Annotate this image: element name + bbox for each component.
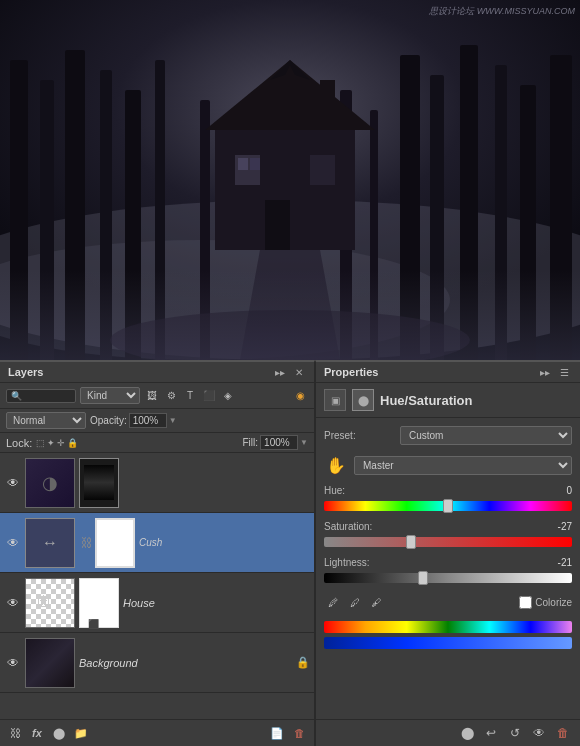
thumb-bg-forest-img xyxy=(26,639,74,687)
layer-item-huesat[interactable]: 👁 ◑ xyxy=(0,453,314,513)
add-sample-icon[interactable]: 🖊 xyxy=(346,593,364,611)
lightness-value: -21 xyxy=(558,557,572,568)
layers-collapse-icon[interactable]: ▸▸ xyxy=(272,367,288,378)
hue-value: 0 xyxy=(566,485,572,496)
prop-eye-icon[interactable]: 👁 xyxy=(530,724,548,742)
saturation-value: -27 xyxy=(558,521,572,532)
lock-all-icon[interactable]: 🔒 xyxy=(67,438,78,448)
prop-type-icon-right[interactable]: ⬤ xyxy=(352,389,374,411)
layer-thumb-huesat: ◑ xyxy=(25,458,75,508)
layer-name-background: Background xyxy=(79,657,292,669)
layers-panel-controls: ▸▸ ✕ xyxy=(272,367,306,378)
layers-toolbar-row1: 🔍 Kind Name Effect Mode Attribute Color … xyxy=(0,383,314,409)
shape-filter-icon[interactable]: ⬛ xyxy=(201,388,217,404)
color-bar-blue xyxy=(324,637,572,649)
layers-bottom-left-icons: ⛓ fx ⬤ 📁 xyxy=(6,724,90,742)
layer-eye-background[interactable]: 👁 xyxy=(4,656,22,670)
new-group-button[interactable]: 📁 xyxy=(72,724,90,742)
svg-rect-25 xyxy=(265,200,290,250)
svg-rect-26 xyxy=(320,80,335,125)
prop-icon2[interactable]: ↩ xyxy=(482,724,500,742)
fx-button[interactable]: fx xyxy=(28,724,46,742)
lock-transparent-icon[interactable]: ⬚ xyxy=(36,438,45,448)
new-layer-button[interactable]: 📄 xyxy=(268,724,286,742)
layers-bottom-bar: ⛓ fx ⬤ 📁 📄 🗑 xyxy=(0,719,314,746)
adjustment-filter-icon[interactable]: ⚙ xyxy=(163,388,179,404)
layer-item-cush[interactable]: 👁 ↔ ⛓ Cush xyxy=(0,513,314,573)
prop-icon3[interactable]: ↺ xyxy=(506,724,524,742)
fill-label: Fill: xyxy=(243,437,259,448)
hand-tool-icon[interactable]: ✋ xyxy=(324,453,348,477)
lightness-slider-track[interactable] xyxy=(324,573,572,583)
opacity-arrow: ▼ xyxy=(169,416,177,425)
delete-layer-button[interactable]: 🗑 xyxy=(290,724,308,742)
master-row: ✋ Master Reds Yellows Greens Cyans Blues… xyxy=(324,453,572,477)
hue-slider-thumb[interactable] xyxy=(443,499,453,513)
layer-eye-house[interactable]: 👁 xyxy=(4,596,22,610)
type-filter-icon[interactable]: T xyxy=(182,388,198,404)
lock-image-icon[interactable]: ✦ xyxy=(47,438,55,448)
subtract-sample-icon[interactable]: 🖋 xyxy=(368,593,386,611)
properties-panel: Properties ▸▸ ☰ ▣ ⬤ Hue/Saturation Prese… xyxy=(315,360,580,746)
layers-toolbar-row3: Lock: ⬚ ✦ ✛ 🔒 Fill: ▼ xyxy=(0,433,314,453)
preset-row: Preset: Custom Default Cyanotype Old Sty… xyxy=(324,426,572,445)
preset-dropdown[interactable]: Custom Default Cyanotype Old Style xyxy=(400,426,572,445)
channel-dropdown[interactable]: Master Reds Yellows Greens Cyans Blues M… xyxy=(354,456,572,475)
opacity-control: Opacity: ▼ xyxy=(90,413,177,428)
layer-eye-cush[interactable]: 👁 xyxy=(4,536,22,550)
new-fill-adjustment-button[interactable]: ⬤ xyxy=(50,724,68,742)
hue-label: Hue: xyxy=(324,485,345,496)
saturation-slider-row: Saturation: -27 xyxy=(324,521,572,549)
layers-panel-title: Layers xyxy=(8,366,43,378)
color-bar-rainbow xyxy=(324,621,572,633)
svg-rect-23 xyxy=(250,158,260,170)
layers-panel: Layers ▸▸ ✕ 🔍 Kind Name Effect Mode Attr… xyxy=(0,360,315,746)
pixel-filter-icon[interactable]: 🖼 xyxy=(144,388,160,404)
smart-filter-icon[interactable]: ◈ xyxy=(220,388,236,404)
preset-label: Preset: xyxy=(324,430,394,441)
layer-item-background[interactable]: 👁 Background 🔒 xyxy=(0,633,314,693)
link-layers-button[interactable]: ⛓ xyxy=(6,724,24,742)
filter-toggle[interactable]: ◉ xyxy=(292,388,308,404)
prop-icon1[interactable]: ⬤ xyxy=(458,724,476,742)
layer-info-house: House xyxy=(123,597,310,609)
hue-slider-row: Hue: 0 xyxy=(324,485,572,513)
prop-delete-icon[interactable]: 🗑 xyxy=(554,724,572,742)
search-box: 🔍 xyxy=(6,389,76,403)
properties-panel-title: Properties xyxy=(324,366,378,378)
colorize-icons: 🖉 🖊 🖋 xyxy=(324,593,386,611)
svg-rect-24 xyxy=(310,155,335,185)
house-layer-icon: ⬛ xyxy=(88,619,99,629)
layer-link-icon: ⛓ xyxy=(81,536,93,550)
saturation-slider-thumb[interactable] xyxy=(406,535,416,549)
lock-position-icon[interactable]: ✛ xyxy=(57,438,65,448)
layers-close-icon[interactable]: ✕ xyxy=(292,367,306,378)
saturation-label: Saturation: xyxy=(324,521,372,532)
layer-info-background: Background xyxy=(79,657,292,669)
layer-filter-icons: 🖼 ⚙ T ⬛ ◈ xyxy=(144,388,236,404)
kind-dropdown[interactable]: Kind Name Effect Mode Attribute Color xyxy=(80,387,140,404)
layers-panel-header: Layers ▸▸ ✕ xyxy=(0,362,314,383)
colorize-checkbox[interactable] xyxy=(519,596,532,609)
canvas-area: 思设计论坛 WWW.MISSYUAN.COM xyxy=(0,0,580,360)
opacity-label: Opacity: xyxy=(90,415,127,426)
blend-mode-dropdown[interactable]: Normal Dissolve Multiply Screen Overlay xyxy=(6,412,86,429)
layers-bottom-right-icons: 📄 🗑 xyxy=(268,724,308,742)
opacity-input[interactable] xyxy=(129,413,167,428)
lightness-slider-thumb[interactable] xyxy=(418,571,428,585)
properties-panel-header: Properties ▸▸ ☰ xyxy=(316,362,580,383)
fill-input[interactable] xyxy=(260,435,298,450)
properties-menu-icon[interactable]: ☰ xyxy=(557,367,572,378)
layer-mask-cush xyxy=(95,518,135,568)
eyedropper-icon[interactable]: 🖉 xyxy=(324,593,342,611)
saturation-slider-track[interactable] xyxy=(324,537,572,547)
properties-collapse-icon[interactable]: ▸▸ xyxy=(537,367,553,378)
layer-eye-huesat[interactable]: 👁 xyxy=(4,476,22,490)
hue-slider-track[interactable] xyxy=(324,501,572,511)
layer-thumb-house: 🏚 xyxy=(25,578,75,628)
layer-item-house[interactable]: 👁 🏚 House ⬛ xyxy=(0,573,314,633)
layers-toolbar-row2: Normal Dissolve Multiply Screen Overlay … xyxy=(0,409,314,433)
background-lock-icon: 🔒 xyxy=(296,656,310,669)
prop-type-icon-left[interactable]: ▣ xyxy=(324,389,346,411)
layer-mask-huesat xyxy=(79,458,119,508)
